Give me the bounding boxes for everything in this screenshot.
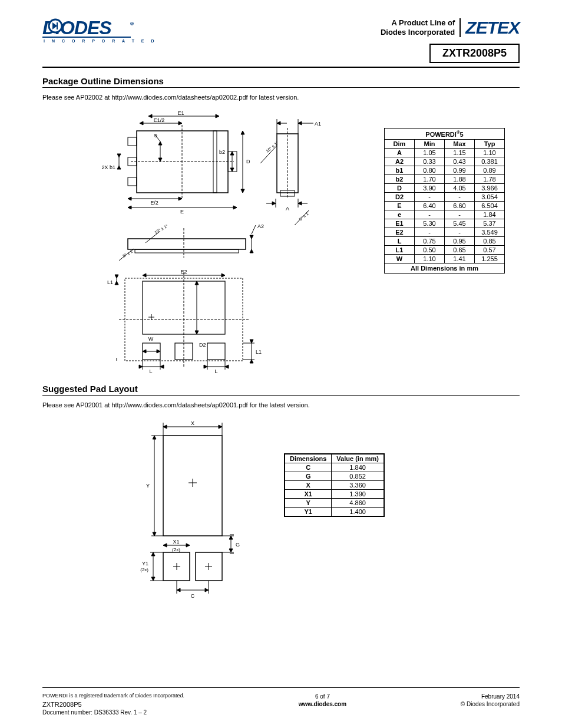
svg-text:L1: L1 — [256, 349, 262, 355]
footer-trademark: POWERDI is a registered trademark of Dio… — [42, 693, 184, 700]
svg-text:(2x): (2x) — [140, 567, 148, 572]
table-row: b10.800.990.89 — [385, 166, 505, 174]
footer-page: 6 of 7 — [299, 693, 346, 700]
page-footer: POWERDI is a registered trademark of Dio… — [42, 687, 520, 716]
svg-text:E1/2: E1/2 — [154, 117, 165, 123]
svg-marker-90 — [222, 274, 225, 277]
svg-marker-36 — [117, 154, 121, 157]
pad-layout-drawing: X Y X1 (2x) G Y1 — [42, 418, 254, 612]
table-row: L10.500.650.57 — [385, 245, 505, 254]
svg-text:10° ± 1°: 10° ± 1° — [154, 223, 168, 235]
table-row: L0.750.950.85 — [385, 236, 505, 245]
svg-marker-120 — [160, 365, 164, 368]
part-number-box: ZXTR2008P5 — [429, 44, 520, 63]
svg-marker-102 — [250, 360, 253, 363]
svg-marker-93 — [115, 275, 118, 278]
svg-marker-160 — [151, 552, 155, 556]
svg-text:X: X — [191, 420, 194, 426]
svg-marker-61 — [272, 202, 276, 205]
table-row: W1.101.411.255 — [385, 254, 505, 263]
svg-marker-53 — [277, 121, 280, 125]
svg-marker-44 — [128, 206, 131, 209]
svg-marker-28 — [230, 151, 234, 155]
tagline-2: Diodes Incorporated — [381, 28, 455, 37]
svg-marker-41 — [178, 197, 182, 200]
footer-date: February 2014 — [461, 693, 520, 700]
svg-line-76 — [252, 225, 256, 234]
svg-marker-161 — [151, 577, 155, 581]
svg-marker-136 — [219, 425, 222, 429]
svg-text:E: E — [180, 209, 184, 215]
svg-marker-119 — [139, 365, 143, 368]
zetex-logo: ZETEX — [465, 18, 520, 38]
svg-marker-101 — [250, 340, 253, 343]
svg-marker-20 — [178, 121, 182, 125]
svg-marker-33 — [241, 189, 244, 193]
svg-rect-10 — [128, 137, 137, 146]
svg-text:L1: L1 — [107, 279, 113, 285]
section1-note: Please see AP02002 at http://www.diodes.… — [42, 94, 520, 101]
svg-marker-105 — [157, 350, 160, 353]
svg-marker-168 — [205, 588, 209, 592]
svg-text:A: A — [286, 206, 289, 212]
svg-marker-73 — [250, 235, 253, 239]
svg-marker-19 — [140, 121, 143, 125]
svg-marker-148 — [186, 543, 190, 547]
section2-title: Suggested Pad Layout — [42, 384, 520, 396]
footer-url: www.diodes.com — [299, 700, 346, 708]
table-row: Y4.860 — [285, 499, 384, 508]
svg-marker-109 — [195, 331, 199, 334]
table-row: G0.852 — [285, 472, 384, 481]
svg-text:E1: E1 — [177, 110, 184, 116]
svg-text:X1: X1 — [173, 539, 179, 545]
svg-marker-45 — [233, 206, 237, 209]
svg-marker-104 — [143, 350, 146, 353]
svg-marker-15 — [148, 114, 152, 118]
table-row: E15.305.455.37 — [385, 219, 505, 228]
table-header-row: Dimensions Value (in mm) — [285, 454, 384, 463]
svg-text:L: L — [214, 368, 217, 374]
svg-line-68 — [295, 210, 309, 225]
svg-text:L: L — [149, 368, 152, 374]
footer-part: ZXTR2008P5 — [42, 700, 184, 709]
svg-marker-89 — [143, 274, 146, 277]
table-row: E6.406.606.504 — [385, 201, 505, 210]
dimensions-table: POWERDI®5 Dim Min Max Typ A1.051.151.10 … — [384, 128, 505, 274]
svg-text:W: W — [148, 336, 154, 342]
table-row: E2--3.549 — [385, 228, 505, 236]
svg-text:D2: D2 — [199, 342, 206, 348]
svg-text:(2x): (2x) — [172, 547, 180, 552]
section2-note: Please see AP02001 at http://www.diodes.… — [42, 401, 520, 409]
pad-dimensions-table: Dimensions Value (in mm) C1.840 G0.852 X… — [284, 453, 385, 517]
table-row: D3.904.053.966 — [385, 183, 505, 192]
footer-copyright: © Diodes Incorporated — [461, 700, 520, 708]
section1-title: Package Outline Dimensions — [42, 76, 520, 88]
svg-text:D: D — [246, 159, 250, 164]
svg-text:2X b1: 2X b1 — [101, 164, 115, 170]
svg-rect-12 — [128, 177, 137, 186]
svg-marker-147 — [163, 543, 167, 547]
dim-table-title: POWERDI®5 — [385, 129, 505, 140]
svg-text:Y: Y — [146, 483, 150, 489]
table-row: X3.360 — [285, 481, 384, 490]
svg-rect-87 — [207, 343, 225, 360]
table-row: C1.840 — [285, 463, 384, 472]
tagline-1: A Product Line of — [381, 18, 455, 28]
logo-subtitle: I N C O R P O R A T E D — [44, 39, 157, 43]
svg-text:Y1: Y1 — [142, 561, 148, 566]
svg-text:C: C — [191, 593, 195, 599]
page-header: DIODES R I N C O R P O R A T E D A Produ… — [42, 18, 520, 63]
table-row: Y11.400 — [285, 508, 384, 517]
package-drawing: E1 E1/2 e b2 D 2X b1 — [42, 110, 325, 375]
svg-marker-74 — [250, 249, 253, 253]
header-rule — [42, 67, 520, 68]
table-row: X11.390 — [285, 490, 384, 499]
header-right: A Product Line of Diodes Incorporated ZE… — [381, 18, 520, 63]
table-row: e--1.84 — [385, 210, 505, 219]
svg-marker-142 — [153, 532, 156, 536]
table-row: D2--3.054 — [385, 192, 505, 201]
table-row: b21.701.881.78 — [385, 174, 505, 183]
footer-docnum: Document number: DS36333 Rev. 1 – 2 — [42, 709, 184, 716]
table-header-row: Dim Min Max Typ — [385, 139, 505, 148]
svg-marker-108 — [195, 281, 199, 285]
